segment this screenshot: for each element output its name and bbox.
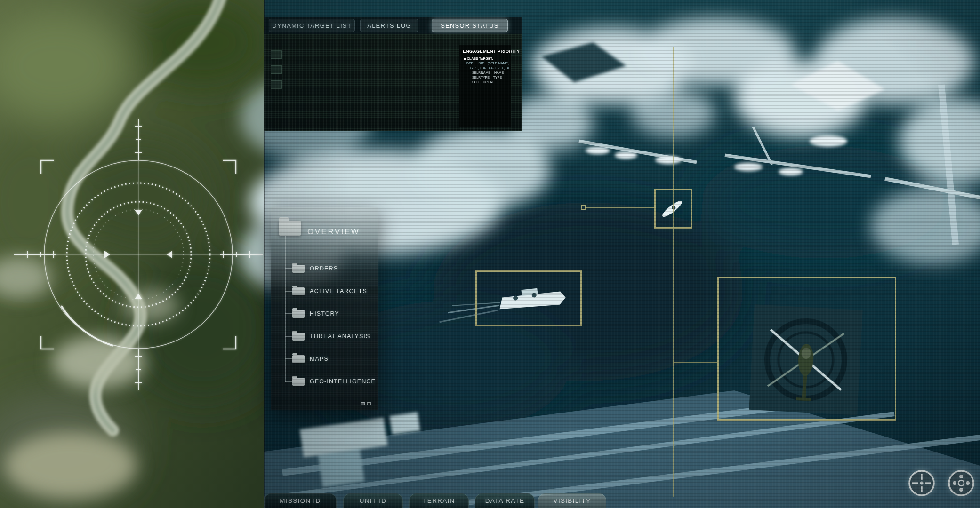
menu-item-label: GEO-INTELLIGENCE [310,378,376,385]
code-line: DEF __INIT__(SELF, NAME, [463,61,509,66]
menu-item-label: HISTORY [310,310,339,317]
engagement-priority-panel: ENGAGEMENT PRIORITY CLASS TARGET: DEF __… [459,45,511,127]
list-row-chip[interactable] [271,50,282,59]
target-box-canoe[interactable] [654,189,692,229]
menu-item-label: MAPS [310,356,329,362]
tab-sensor-status[interactable]: SENSOR STATUS [432,19,508,32]
code-line: SELF.NAME = NAME [463,71,509,75]
hud-icon-cluster [894,461,980,508]
connector-end-marker [581,205,586,210]
menu-item-geo-intelligence[interactable]: GEO-INTELLIGENCE [285,373,374,390]
target-box-helicopter[interactable] [717,277,896,421]
list-row-chip[interactable] [271,65,282,74]
menu-item-history[interactable]: HISTORY [285,305,374,322]
maximize-icon[interactable] [367,402,371,405]
tab-mission-id[interactable]: MISSION ID [264,493,337,508]
mission-folder-menu: OVERVIEW ORDERS ACTIVE TARGETS HISTORY T… [271,207,378,410]
target-connector-horizontal [585,207,656,208]
tab-alerts-log[interactable]: ALERTS LOG [360,19,418,32]
minimize-icon[interactable] [361,402,365,405]
target-connector-horizontal [673,362,718,363]
tab-unit-id[interactable]: UNIT ID [343,493,403,508]
folder-icon [292,378,305,386]
code-line: TYPE, THREAT-LEVEL, DISTANCE): [463,66,509,71]
list-row-chip[interactable] [271,80,282,89]
folder-icon [292,310,305,318]
orientation-globe-icon[interactable] [949,471,973,495]
surveillance-console: DYNAMIC TARGET LIST ALERTS LOG SENSOR ST… [0,0,980,508]
code-line: SELF.THREAT [463,80,509,85]
menu-item-active-targets[interactable]: ACTIVE TARGETS [285,283,374,300]
window-resize-icons[interactable] [361,401,373,406]
menu-header-overview[interactable]: OVERVIEW [307,227,360,237]
menu-item-label: ORDERS [310,265,338,272]
menu-item-orders[interactable]: ORDERS [285,260,374,277]
tab-terrain[interactable]: TERRAIN [409,493,469,508]
menu-item-label: ACTIVE TARGETS [310,288,367,294]
menu-item-threat-analysis[interactable]: THREAT ANALYSIS [285,328,374,345]
tab-data-rate[interactable]: DATA RATE [475,493,535,508]
code-line: SELF.TYPE = TYPE [463,75,509,80]
folder-icon [279,221,301,236]
top-tab-bar: DYNAMIC TARGET LIST ALERTS LOG SENSOR ST… [264,17,522,34]
crosshair-target-icon[interactable] [909,471,934,495]
target-box-boat[interactable] [475,270,582,326]
folder-icon [292,265,305,273]
menu-item-maps[interactable]: MAPS [285,350,374,367]
sensor-readout-area: ENGAGEMENT PRIORITY CLASS TARGET: DEF __… [264,34,522,131]
target-connector-vertical [673,47,674,497]
terrain-panel [0,0,278,508]
code-line: CLASS TARGET: [463,56,509,61]
tab-visibility[interactable]: VISIBILITY [538,493,606,508]
folder-icon [292,355,305,363]
engagement-priority-title: ENGAGEMENT PRIORITY [463,48,509,54]
menu-item-label: THREAT ANALYSIS [310,333,370,340]
folder-icon [292,287,305,295]
sensor-panel: DYNAMIC TARGET LIST ALERTS LOG SENSOR ST… [264,17,522,131]
tab-dynamic-target-list[interactable]: DYNAMIC TARGET LIST [269,19,355,32]
folder-icon [292,333,305,341]
